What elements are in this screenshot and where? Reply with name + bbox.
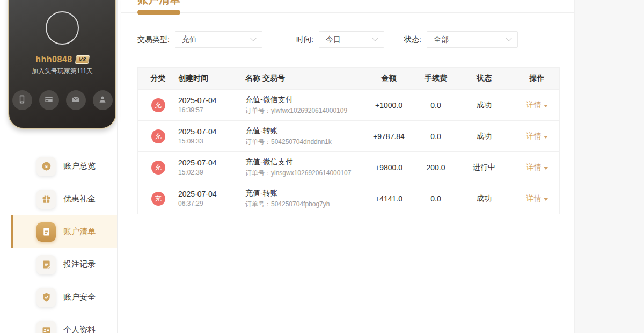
detail-link-label: 详情 bbox=[526, 132, 541, 141]
avatar bbox=[46, 11, 79, 45]
transactions-table: 分类 创建时间 名称 交易号 金额 手续费 状态 操作 充 2025-07-04… bbox=[137, 67, 560, 214]
col-header-created: 创建时间 bbox=[178, 74, 245, 83]
row-name: 充值-微信支付 bbox=[245, 157, 361, 167]
filter-label: 状态: bbox=[404, 35, 421, 45]
col-header-category: 分类 bbox=[138, 74, 178, 83]
col-header-status: 状态 bbox=[455, 74, 514, 83]
table-row: 充 2025-07-04 15:09:33 充值-转账 订单号：50425070… bbox=[138, 120, 559, 151]
table-row: 充 2025-07-04 06:37:29 充值-转账 订单号：50425070… bbox=[138, 183, 559, 214]
chevron-down-icon bbox=[506, 35, 511, 41]
col-header-amount: 金额 bbox=[361, 74, 417, 83]
deposit-badge: 充 bbox=[151, 129, 165, 143]
row-time: 15:09:33 bbox=[178, 137, 245, 145]
filter-label: 交易类型: bbox=[137, 35, 170, 45]
id-card-icon bbox=[36, 321, 56, 333]
row-status: 进行中 bbox=[455, 163, 514, 172]
title-underline bbox=[137, 10, 180, 15]
row-name: 充值-微信支付 bbox=[245, 95, 361, 105]
row-name: 充值-转账 bbox=[245, 189, 361, 198]
page-title: 账户清单 bbox=[137, 0, 180, 7]
joined-days-text: 加入头号玩家第111天 bbox=[9, 67, 115, 76]
phone-icon bbox=[17, 94, 27, 107]
sidebar-item[interactable]: 个人资料 bbox=[11, 314, 117, 333]
deposit-badge: 充 bbox=[151, 98, 165, 112]
row-name: 充值-转账 bbox=[245, 126, 361, 136]
profile-card: hhh0848V8 加入头号玩家第111天 bbox=[8, 0, 116, 129]
sidebar-item-label: 账户安全 bbox=[63, 292, 96, 302]
row-date: 2025-07-04 bbox=[178, 190, 245, 198]
filter-selected-value: 全部 bbox=[434, 35, 449, 45]
gift-icon bbox=[36, 190, 56, 209]
detail-link-label: 详情 bbox=[526, 100, 541, 110]
quick-action-button[interactable] bbox=[12, 90, 32, 110]
mail-icon bbox=[70, 94, 81, 107]
statement-icon bbox=[36, 222, 56, 242]
row-time: 16:39:57 bbox=[178, 106, 245, 114]
sidebar-item[interactable]: 投注记录 bbox=[11, 248, 117, 281]
filter-select[interactable]: 充值 bbox=[175, 31, 262, 48]
row-date: 2025-07-04 bbox=[178, 127, 245, 136]
records-icon bbox=[36, 255, 56, 274]
sidebar-item-label: 个人资料 bbox=[63, 325, 96, 333]
quick-action-button[interactable] bbox=[39, 90, 59, 110]
sidebar-nav: ¥ 账户总览 优惠礼金 账户清单 投注记录 账户安全 bbox=[0, 150, 117, 333]
caret-down-icon bbox=[544, 136, 548, 139]
quick-action-button[interactable] bbox=[93, 90, 113, 110]
col-header-name: 名称 交易号 bbox=[245, 74, 361, 83]
row-order-number: 订单号：ylnsgwx1026920614000107 bbox=[245, 169, 361, 178]
row-status: 成功 bbox=[455, 100, 514, 110]
row-fee: 200.0 bbox=[417, 163, 455, 172]
filter-selected-value: 充值 bbox=[182, 35, 197, 45]
sidebar-item[interactable]: ¥ 账户总览 bbox=[11, 150, 117, 183]
row-amount: +9800.0 bbox=[361, 163, 417, 172]
filter-group: 状态: 全部 bbox=[404, 31, 518, 48]
detail-link[interactable]: 详情 bbox=[526, 163, 548, 172]
sidebar-item[interactable]: 账户安全 bbox=[11, 281, 117, 314]
sidebar-scrollbar bbox=[117, 0, 120, 333]
quick-actions bbox=[9, 90, 115, 110]
contact-icon bbox=[97, 94, 108, 107]
row-amount: +4141.0 bbox=[361, 194, 417, 203]
row-order-number: 订单号：ylwfwx1026920614000109 bbox=[245, 106, 361, 115]
row-fee: 0.0 bbox=[417, 132, 455, 141]
sidebar-item[interactable]: 优惠礼金 bbox=[11, 183, 117, 215]
row-fee: 0.0 bbox=[417, 101, 455, 110]
sidebar-item-label: 优惠礼金 bbox=[63, 194, 96, 204]
filter-select[interactable]: 全部 bbox=[427, 31, 518, 48]
table-row: 充 2025-07-04 15:02:39 充值-微信支付 订单号：ylnsgw… bbox=[138, 151, 559, 183]
filter-selected-value: 今日 bbox=[326, 35, 341, 45]
detail-link[interactable]: 详情 bbox=[526, 194, 548, 204]
sidebar-item-label: 账户清单 bbox=[63, 227, 96, 237]
sidebar-item-label: 账户总览 bbox=[63, 161, 96, 171]
caret-down-icon bbox=[544, 105, 548, 107]
row-amount: +9787.84 bbox=[361, 132, 417, 141]
row-time: 06:37:29 bbox=[178, 200, 245, 207]
row-date: 2025-07-04 bbox=[178, 96, 245, 105]
row-status: 成功 bbox=[455, 194, 514, 204]
deposit-badge: 充 bbox=[151, 161, 165, 175]
detail-link-label: 详情 bbox=[526, 194, 541, 204]
quick-action-button[interactable] bbox=[66, 90, 86, 110]
shield-icon bbox=[36, 288, 56, 307]
sidebar-item[interactable]: 账户清单 bbox=[11, 215, 117, 248]
caret-down-icon bbox=[544, 167, 548, 170]
deposit-badge: 充 bbox=[151, 192, 165, 206]
vip-badge: V8 bbox=[75, 55, 89, 64]
bank-card-icon bbox=[43, 94, 54, 107]
sidebar-item-label: 投注记录 bbox=[63, 259, 96, 270]
svg-text:¥: ¥ bbox=[45, 163, 48, 169]
row-fee: 0.0 bbox=[417, 194, 455, 203]
row-order-number: 订单号：504250704fpbog7yh bbox=[245, 200, 361, 209]
row-time: 15:02:39 bbox=[178, 169, 245, 176]
coin-icon: ¥ bbox=[36, 157, 56, 176]
row-status: 成功 bbox=[455, 132, 514, 141]
detail-link[interactable]: 详情 bbox=[526, 100, 548, 110]
filter-select[interactable]: 今日 bbox=[319, 31, 384, 48]
sidebar: hhh0848V8 加入头号玩家第111天 bbox=[0, 0, 117, 333]
chevron-down-icon bbox=[372, 35, 378, 41]
detail-link[interactable]: 详情 bbox=[526, 132, 548, 141]
filter-bar: 交易类型: 充值 时间: 今日 状态: 全部 bbox=[121, 31, 574, 48]
caret-down-icon bbox=[544, 198, 548, 201]
main-panel: 账户清单 交易类型: 充值 时间: 今日 状态: bbox=[121, 0, 574, 333]
chevron-down-icon bbox=[250, 35, 256, 41]
